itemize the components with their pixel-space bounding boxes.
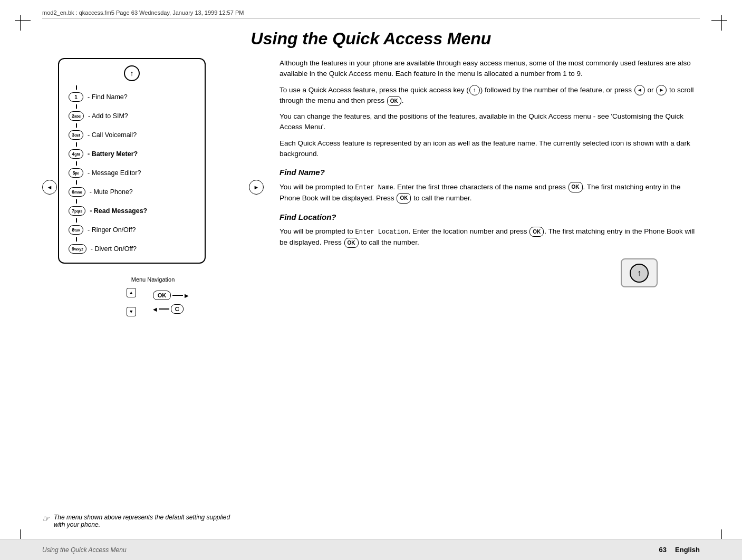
ok-arrow: ▶ <box>185 293 189 298</box>
item-label-4: - Battery Meter? <box>88 150 138 158</box>
quick-access-icon: ↑ <box>621 258 658 287</box>
item-label-2: - Add to SIM? <box>88 112 128 120</box>
left-column: ↑ 1 - Find Name? 2abc - Add to SIM? 3def… <box>42 58 264 316</box>
code-enter-location: Enter Location <box>355 228 409 236</box>
connector <box>76 218 77 223</box>
section-content-find-name: You will be prompted to Enter Name. Ente… <box>280 182 700 204</box>
ok-btn-row: OK ▶ <box>153 291 189 300</box>
note-icon: ☞ <box>42 514 50 524</box>
list-item: 6mno - Mute Phone? <box>69 187 195 197</box>
header-text: mod2_en.bk : qkaccess.fm5 Page 63 Wednes… <box>42 9 244 16</box>
list-item: 7pqrs - Read Messages? <box>69 206 195 216</box>
inline-ok-2: OK <box>397 193 411 204</box>
key-8: 8tuv <box>69 225 83 235</box>
menu-items-list: 1 - Find Name? 2abc - Add to SIM? 3def -… <box>69 85 195 254</box>
code-enter-name: Enter Name <box>355 184 393 191</box>
connector <box>76 104 77 109</box>
nav-down-btn[interactable]: ▼ <box>127 307 136 316</box>
inline-ok-key: OK <box>387 96 401 106</box>
ok-line <box>172 295 183 296</box>
connector <box>76 199 77 204</box>
item-label-8: - Ringer On/Off? <box>88 226 136 234</box>
nav-label: Menu Navigation <box>131 276 175 283</box>
inline-right-key: ► <box>656 85 667 95</box>
item-label-9: - Divert On/Off? <box>91 245 137 253</box>
intro-p4: Each Quick Access feature is represented… <box>280 138 700 160</box>
list-item: 8tuv - Ringer On/Off? <box>69 225 195 235</box>
inline-left-key: ◄ <box>634 85 645 95</box>
inline-up-key: ↑ <box>469 85 480 95</box>
intro-text: Although the features in your phone are … <box>280 58 700 159</box>
intro-p1: Although the features in your phone are … <box>280 58 700 80</box>
key-1: 1 <box>69 92 83 102</box>
list-item: 1 - Find Name? <box>69 92 195 102</box>
up-arrow-circle: ↑ <box>124 65 140 81</box>
connector <box>76 161 77 166</box>
section-title-find-name: Find Name? <box>280 167 700 179</box>
footer-page-number: 63 <box>659 546 667 554</box>
right-column: ↑ Although the features in your phone ar… <box>280 58 700 254</box>
c-button[interactable]: C <box>171 304 184 314</box>
footer: Using the Quick Access Menu 63 English <box>0 539 742 560</box>
connector <box>76 123 77 128</box>
list-item: 4ghi - Battery Meter? <box>69 149 195 159</box>
key-2: 2abc <box>69 111 84 121</box>
dpad: ▲ ▼ <box>117 288 146 316</box>
key-4: 4ghi <box>69 149 83 159</box>
nav-up-btn[interactable]: ▲ <box>127 288 136 297</box>
item-label-1: - Find Name? <box>88 93 128 101</box>
up-arrow-area: ↑ <box>69 65 195 81</box>
key-3: 3def <box>69 130 83 140</box>
note-area: ☞ The menu shown above represents the de… <box>42 514 243 528</box>
menu-box: ↑ 1 - Find Name? 2abc - Add to SIM? 3def… <box>58 58 206 264</box>
c-arrow: ◀ <box>153 306 157 312</box>
item-label-7: - Read Messages? <box>90 207 147 215</box>
nav-right-btn[interactable]: ► <box>249 180 264 195</box>
key-9: 9wxyz <box>69 244 86 254</box>
section-title-find-location: Find Location? <box>280 211 700 224</box>
ok-button[interactable]: OK <box>153 291 171 300</box>
page-title: Using the Quick Access Menu <box>0 29 742 49</box>
item-label-5: - Message Editor? <box>88 169 141 177</box>
nav-diagram: Menu Navigation ◄ ▲ ▼ ► OK ▶ <box>42 276 264 316</box>
nav-left-btn[interactable]: ◄ <box>42 180 57 195</box>
key-6: 6mno <box>69 187 85 197</box>
intro-p2: To use a Quick Access feature, press the… <box>280 85 700 107</box>
intro-p3: You can change the features, and the pos… <box>280 111 700 133</box>
connector <box>76 85 77 90</box>
footer-left-text: Using the Quick Access Menu <box>42 546 659 554</box>
page-header: mod2_en.bk : qkaccess.fm5 Page 63 Wednes… <box>42 9 700 18</box>
key-7: 7pqrs <box>69 206 85 216</box>
icon-up-arrow: ↑ <box>630 264 649 283</box>
inline-ok-3: OK <box>529 227 544 237</box>
list-item: 2abc - Add to SIM? <box>69 111 195 121</box>
note-text: The menu shown above represents the defa… <box>54 514 243 528</box>
section-content-find-location: You will be prompted to Enter Location. … <box>280 226 700 248</box>
inline-ok-1: OK <box>568 182 583 192</box>
list-item: 3def - Call Voicemail? <box>69 130 195 140</box>
connector <box>76 237 77 242</box>
footer-right: 63 English <box>659 546 700 554</box>
item-label-6: - Mute Phone? <box>90 188 133 196</box>
c-btn-row: ◀ C <box>153 304 184 314</box>
connector <box>76 142 77 147</box>
connector <box>76 180 77 185</box>
footer-language: English <box>675 546 700 554</box>
inline-ok-4: OK <box>344 238 359 248</box>
list-item: 5jkl - Message Editor? <box>69 168 195 178</box>
c-line <box>159 308 169 310</box>
list-item: 9wxyz - Divert On/Off? <box>69 244 195 254</box>
key-5: 5jkl <box>69 168 83 178</box>
item-label-3: - Call Voicemail? <box>88 131 137 139</box>
